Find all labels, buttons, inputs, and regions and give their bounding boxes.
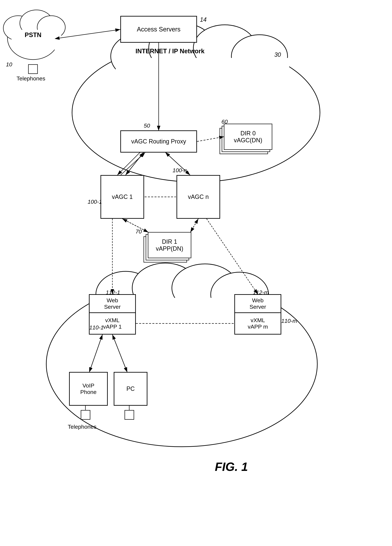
telephones-bottom-label: Telephones (68, 423, 96, 430)
svg-line-22 (59, 29, 120, 38)
webserver1-label: Web Server (89, 294, 135, 313)
internet-ref: 30 (274, 51, 281, 58)
vagc-proxy-ref: 50 (144, 123, 150, 129)
figure-label: FIG. 1 (215, 460, 248, 474)
dir0-label: DIR 0 vAGC(DN) (224, 124, 272, 150)
vxml1-label: vXML vAPP 1 (89, 313, 135, 334)
vagc1-label: vAGC 1 (101, 176, 144, 218)
svg-line-55 (112, 335, 127, 372)
vxmlm-label: vXML vAPP m (235, 313, 281, 334)
vxmlm-ref: 110-m (281, 318, 297, 324)
svg-line-35 (121, 153, 145, 175)
svg-point-12 (172, 264, 238, 312)
voip-label: VoIP Phone (70, 372, 107, 405)
svg-line-54 (112, 335, 127, 372)
svg-line-41 (122, 219, 148, 232)
dir0-ref: 60 (221, 118, 228, 125)
pstn-label: PSTN (20, 32, 46, 39)
svg-point-3 (72, 43, 320, 182)
access-servers-ref: 14 (200, 16, 207, 23)
webserverm-label: Web Server (235, 294, 281, 313)
pstn-ref: 10 (6, 61, 12, 68)
svg-rect-21 (28, 65, 38, 74)
svg-line-51 (207, 219, 258, 294)
vagcn-label: vAGC n (177, 176, 220, 218)
svg-line-42 (122, 219, 148, 232)
vagc1-ref: 100-1 (88, 199, 102, 205)
svg-rect-8 (116, 58, 289, 91)
svg-line-44 (190, 219, 198, 232)
svg-line-33 (126, 152, 144, 175)
pstn-telephones-label: Telephones (17, 75, 45, 82)
arrows-svg (0, 0, 392, 546)
access-servers-label: Access Servers (121, 16, 197, 42)
webserver1-ref: 112-1 (106, 289, 120, 296)
dir1-label: DIR 1 vAPP(DN) (148, 232, 191, 258)
vagc-proxy-label: vAGC Routing Proxy (121, 131, 197, 152)
svg-line-34 (117, 152, 140, 175)
svg-point-11 (132, 263, 198, 313)
diagram: Access Servers 14 PSTN 10 Telephones INT… (0, 0, 392, 546)
webserverm-ref: 112-m (253, 289, 269, 296)
svg-line-32 (126, 152, 144, 175)
svg-rect-59 (125, 410, 134, 419)
svg-line-53 (89, 335, 102, 372)
svg-line-52 (89, 335, 102, 372)
vagcn-ref: 100-n (172, 167, 187, 174)
internet-label: INTERNET / IP Network (135, 48, 204, 55)
pc-label: PC (114, 372, 147, 405)
svg-rect-58 (81, 410, 90, 419)
dir1-ref: 70 (135, 228, 142, 235)
vxml1-ref: 110-1 (89, 324, 104, 331)
svg-line-28 (197, 137, 224, 142)
svg-line-43 (190, 219, 198, 232)
